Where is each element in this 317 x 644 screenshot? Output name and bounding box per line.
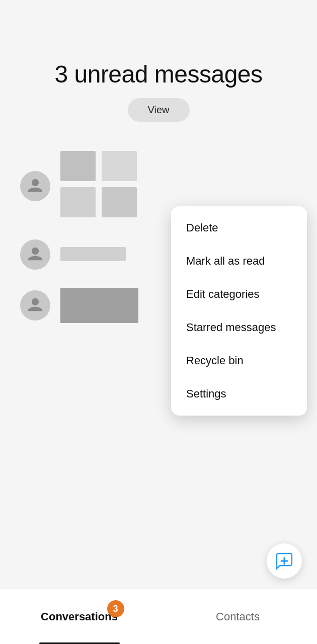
context-menu: Delete Mark all as read Edit categories …: [171, 206, 307, 416]
menu-item-delete[interactable]: Delete: [171, 211, 307, 245]
menu-item-starred-messages[interactable]: Starred messages: [171, 311, 307, 344]
menu-item-edit-categories[interactable]: Edit categories: [171, 278, 307, 311]
menu-item-recycle-bin[interactable]: Recycle bin: [171, 344, 307, 377]
menu-item-settings[interactable]: Settings: [171, 377, 307, 411]
menu-item-mark-all-as-read[interactable]: Mark all as read: [171, 245, 307, 278]
